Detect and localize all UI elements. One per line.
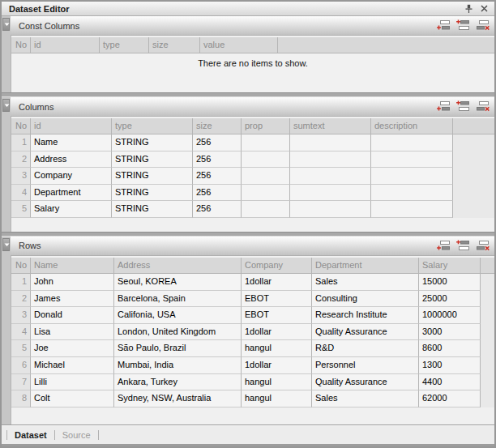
grid-cell[interactable]: hangul [242, 340, 312, 357]
grid-cell[interactable]: Lilli [31, 374, 114, 391]
grid-cell[interactable]: London, United Kingdom [114, 324, 242, 341]
row-number-cell[interactable]: 4 [11, 185, 31, 202]
column-header-size[interactable]: size [149, 37, 200, 53]
column-header-type[interactable]: type [112, 118, 193, 134]
row-number-cell[interactable]: 5 [11, 340, 31, 357]
grid-cell[interactable]: Lisa [31, 324, 114, 341]
delete-item-button[interactable] [476, 100, 490, 113]
row-number-cell[interactable]: 2 [11, 151, 31, 169]
grid-cell[interactable]: 256 [193, 185, 242, 202]
grid-cell[interactable]: John [31, 274, 114, 291]
grid-cell[interactable]: Donald [31, 307, 114, 324]
row-number-cell[interactable]: 4 [11, 324, 31, 341]
close-button[interactable] [478, 3, 490, 15]
grid-cell[interactable]: EBOT [242, 307, 312, 324]
insert-item-button[interactable] [456, 100, 470, 113]
add-item-button[interactable] [437, 100, 451, 113]
grid-cell[interactable]: 1dollar [242, 274, 312, 291]
row-number-cell[interactable]: 1 [11, 274, 31, 291]
grid-cell[interactable]: Consulting [312, 291, 419, 308]
grid-cell[interactable]: 256 [193, 151, 242, 169]
row-number-cell[interactable]: 8 [11, 390, 31, 407]
grid-cell[interactable]: R&D [312, 340, 419, 357]
pin-button[interactable] [463, 3, 475, 15]
grid-cell[interactable]: Califonia, USA [114, 307, 242, 324]
column-header-id[interactable]: id [31, 37, 100, 53]
grid-cell[interactable]: 15000 [419, 274, 481, 291]
grid-cell[interactable]: 1000000 [419, 307, 481, 324]
grid-cell[interactable] [242, 151, 290, 169]
insert-item-button[interactable] [456, 19, 470, 32]
delete-item-button[interactable] [476, 240, 490, 252]
column-header-company[interactable]: Company [242, 258, 312, 274]
tab-source[interactable]: Source [62, 430, 91, 440]
grid-cell[interactable]: STRING [112, 168, 193, 185]
grid-cell[interactable]: Sales [312, 274, 419, 291]
grid-cell[interactable]: Seoul, KOREA [114, 274, 242, 291]
column-header-value[interactable]: value [200, 37, 278, 53]
grid-cell[interactable]: Company [31, 168, 112, 185]
grid-cell[interactable]: 1dollar [242, 357, 312, 374]
column-header-address[interactable]: Address [114, 258, 242, 274]
collapse-section-button[interactable] [2, 99, 10, 112]
grid-cell[interactable] [242, 185, 290, 202]
grid-cell[interactable]: Name [31, 134, 112, 151]
grid-cell[interactable]: Research Institute [312, 307, 419, 324]
grid-cell[interactable] [371, 185, 453, 202]
add-item-button[interactable] [437, 240, 451, 252]
grid-cell[interactable]: 4400 [419, 374, 481, 391]
row-number-cell[interactable]: 6 [11, 357, 31, 374]
grid-cell[interactable]: STRING [112, 201, 193, 218]
row-number-cell[interactable]: 3 [11, 307, 31, 324]
column-header-description[interactable]: description [371, 118, 453, 134]
column-header-sumtext[interactable]: sumtext [290, 118, 371, 134]
grid-cell[interactable] [371, 201, 453, 218]
column-header-id[interactable]: id [31, 118, 112, 134]
grid-cell[interactable]: 3000 [419, 324, 481, 341]
grid-cell[interactable]: STRING [112, 134, 193, 151]
grid-cell[interactable]: 8600 [419, 340, 481, 357]
grid-cell[interactable] [290, 201, 371, 218]
column-header-prop[interactable]: prop [242, 118, 290, 134]
grid-cell[interactable]: STRING [112, 151, 193, 169]
collapse-section-button[interactable] [2, 238, 10, 251]
grid-cell[interactable]: Joe [31, 340, 114, 357]
grid-cell[interactable]: 1dollar [242, 324, 312, 341]
grid-cell[interactable]: 25000 [419, 291, 481, 308]
grid-cell[interactable]: 256 [193, 201, 242, 218]
column-header-size[interactable]: size [193, 118, 242, 134]
column-header-type[interactable]: type [100, 37, 149, 53]
grid-cell[interactable]: 1300 [419, 357, 481, 374]
grid-cell[interactable]: São Paulo, Brazil [114, 340, 242, 357]
collapse-section-button[interactable] [2, 18, 10, 31]
row-number-cell[interactable]: 3 [11, 168, 31, 185]
row-number-cell[interactable]: 2 [11, 291, 31, 308]
column-header-salary[interactable]: Salary [419, 258, 481, 274]
grid-cell[interactable]: EBOT [242, 291, 312, 308]
column-header-name[interactable]: Name [31, 258, 114, 274]
grid-cell[interactable]: Quality Assurance [312, 374, 419, 391]
row-number-cell[interactable]: 7 [11, 374, 31, 391]
grid-cell[interactable] [290, 134, 371, 151]
grid-cell[interactable] [290, 168, 371, 185]
grid-cell[interactable]: Department [31, 185, 112, 202]
grid-cell[interactable]: Quality Assurance [312, 324, 419, 341]
grid-cell[interactable] [242, 168, 290, 185]
grid-cell[interactable] [242, 134, 290, 151]
grid-cell[interactable] [242, 201, 290, 218]
grid-cell[interactable]: Barcelona, Spain [114, 291, 242, 308]
grid-cell[interactable]: Mumbai, India [114, 357, 242, 374]
delete-item-button[interactable] [476, 19, 490, 32]
column-header-no[interactable]: No [11, 37, 31, 53]
grid-cell[interactable]: Personnel [312, 357, 419, 374]
column-header-no[interactable]: No [11, 118, 31, 134]
column-header-department[interactable]: Department [312, 258, 419, 274]
grid-cell[interactable]: Sydney, NSW, Australia [114, 390, 242, 407]
row-number-cell[interactable]: 1 [11, 134, 31, 151]
grid-cell[interactable]: hangul [242, 390, 312, 407]
grid-cell[interactable] [371, 151, 453, 169]
grid-cell[interactable]: Address [31, 151, 112, 169]
grid-cell[interactable] [371, 168, 453, 185]
grid-cell[interactable]: STRING [112, 185, 193, 202]
insert-item-button[interactable] [456, 240, 470, 252]
